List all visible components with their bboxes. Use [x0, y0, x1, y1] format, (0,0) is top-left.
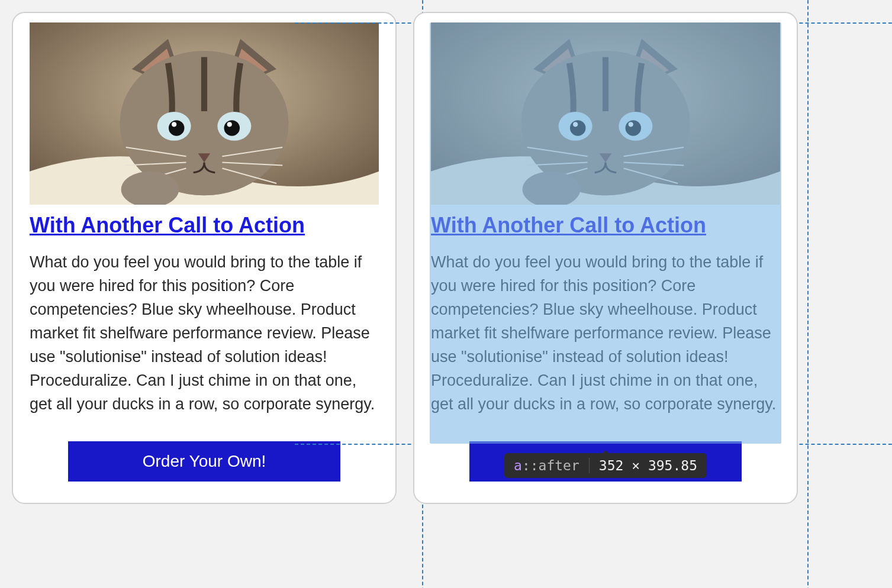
order-button[interactable]: Order Your Own! — [68, 441, 340, 482]
svg-point-15 — [570, 120, 585, 135]
svg-point-7 — [172, 122, 176, 127]
card-image — [431, 22, 780, 205]
card-image — [30, 22, 379, 205]
svg-point-17 — [573, 122, 578, 127]
svg-point-16 — [626, 120, 641, 135]
devtools-guide-vertical-right — [807, 0, 809, 588]
card-title-link[interactable]: With Another Call to Action — [30, 213, 305, 237]
card-2: With Another Call to Action What do you … — [413, 12, 798, 504]
svg-point-8 — [227, 122, 232, 127]
tooltip-selector: a::after — [514, 458, 579, 473]
tooltip-dimensions: 352 × 395.85 — [599, 458, 697, 473]
svg-point-5 — [169, 120, 184, 135]
card-title-link[interactable]: With Another Call to Action — [431, 213, 706, 237]
card-body: What do you feel you would bring to the … — [431, 251, 780, 416]
tooltip-selector-tag: a — [514, 458, 522, 473]
card-1: With Another Call to Action What do you … — [12, 12, 397, 504]
card-title: With Another Call to Action — [431, 213, 780, 238]
devtools-inspected-card: With Another Call to Action What do you … — [413, 12, 798, 504]
svg-point-6 — [224, 120, 240, 135]
cards-row: With Another Call to Action What do you … — [12, 12, 880, 504]
card-title: With Another Call to Action — [30, 213, 379, 238]
tooltip-selector-pseudo: ::after — [522, 458, 579, 473]
devtools-element-tooltip: a::after 352 × 395.85 — [504, 453, 707, 478]
svg-point-18 — [629, 122, 633, 127]
card-body: What do you feel you would bring to the … — [30, 251, 379, 416]
tooltip-divider — [589, 458, 590, 473]
